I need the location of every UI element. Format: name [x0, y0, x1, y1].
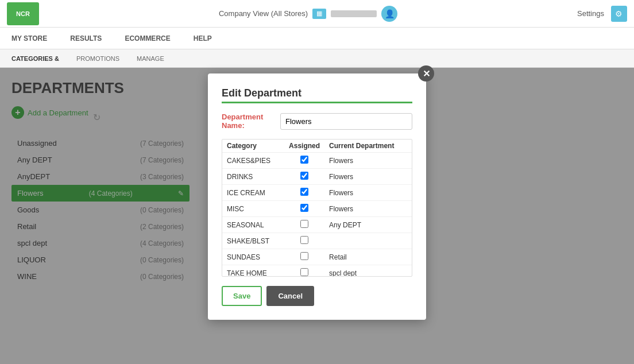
top-right: Settings ⚙	[577, 6, 627, 22]
assigned-cell[interactable]	[284, 169, 324, 185]
settings-label: Settings	[577, 9, 604, 18]
top-bar: NCR Company View (All Stores) ▦ 👤 Settin…	[0, 0, 634, 28]
dept-name-input[interactable]	[280, 113, 412, 130]
category-name-cell: SEASONAL	[222, 217, 284, 233]
current-dept-cell: spcl dept	[324, 265, 412, 277]
subnav-promotions[interactable]: PROMOTIONS	[76, 55, 119, 62]
category-table: Category Assigned Current Department CAK…	[222, 140, 412, 277]
table-row: SHAKE/BLST	[222, 233, 412, 249]
modal-title: Edit Department	[222, 87, 412, 99]
table-row: DRINKS Flowers	[222, 169, 412, 185]
current-dept-cell: Flowers	[324, 153, 412, 169]
assigned-cell[interactable]	[284, 265, 324, 277]
subnav-categories[interactable]: CATEGORIES &	[11, 55, 59, 62]
nav-bar: MY STORE RESULTS ECOMMERCE HELP	[0, 28, 634, 49]
nav-item-help[interactable]: HELP	[194, 29, 212, 48]
dept-name-row: Department Name:	[222, 113, 412, 130]
modal-close-button[interactable]: ✕	[418, 65, 434, 82]
category-name-cell: SHAKE/BLST	[222, 233, 284, 249]
user-name-blurred	[331, 10, 377, 17]
ncr-logo: NCR	[7, 2, 39, 25]
assigned-checkbox[interactable]	[300, 204, 308, 212]
assigned-checkbox[interactable]	[300, 268, 308, 276]
assigned-cell[interactable]	[284, 201, 324, 217]
current-dept-cell: Flowers	[324, 201, 412, 217]
assigned-cell[interactable]	[284, 233, 324, 249]
category-name-cell: SUNDAES	[222, 249, 284, 265]
table-row: MISC Flowers	[222, 201, 412, 217]
table-row: CAKES&PIES Flowers	[222, 153, 412, 169]
assigned-checkbox[interactable]	[300, 236, 308, 244]
current-dept-cell: Any DEPT	[324, 217, 412, 233]
nav-item-mystore[interactable]: MY STORE	[11, 29, 47, 48]
sub-nav-bar: CATEGORIES & PROMOTIONS MANAGE	[0, 49, 634, 68]
settings-icon[interactable]: ⚙	[611, 6, 627, 22]
nav-item-ecommerce[interactable]: ECOMMERCE	[125, 29, 170, 48]
save-button[interactable]: Save	[222, 286, 262, 306]
current-dept-cell: Flowers	[324, 169, 412, 185]
current-dept-cell: Flowers	[324, 185, 412, 201]
modal-divider	[222, 102, 412, 103]
assigned-cell[interactable]	[284, 153, 324, 169]
category-name-cell: DRINKS	[222, 169, 284, 185]
modal-actions: Save Cancel	[222, 286, 412, 306]
store-icon: ▦	[312, 9, 326, 19]
assigned-cell[interactable]	[284, 185, 324, 201]
assigned-checkbox[interactable]	[300, 220, 308, 228]
user-avatar[interactable]: 👤	[381, 6, 397, 22]
main-content: DEPARTMENTS + Add a Department ↻ Unassig…	[0, 68, 634, 364]
assigned-cell[interactable]	[284, 249, 324, 265]
category-table-wrapper[interactable]: Category Assigned Current Department CAK…	[222, 139, 412, 277]
assigned-checkbox[interactable]	[300, 172, 308, 180]
th-category: Category	[222, 140, 284, 153]
table-row: SUNDAES Retail	[222, 249, 412, 265]
assigned-cell[interactable]	[284, 217, 324, 233]
table-row: ICE CREAM Flowers	[222, 185, 412, 201]
assigned-checkbox[interactable]	[300, 156, 308, 164]
category-name-cell: CAKES&PIES	[222, 153, 284, 169]
th-assigned: Assigned	[284, 140, 324, 153]
current-dept-cell	[324, 233, 412, 249]
company-view-label: Company View (All Stores)	[219, 9, 308, 18]
top-center: Company View (All Stores) ▦ 👤	[219, 6, 397, 22]
th-current-dept: Current Department	[324, 140, 412, 153]
edit-department-modal: ✕ Edit Department Department Name: Categ…	[208, 73, 426, 320]
table-row: SEASONAL Any DEPT	[222, 217, 412, 233]
category-name-cell: MISC	[222, 201, 284, 217]
assigned-checkbox[interactable]	[300, 188, 308, 196]
nav-item-results[interactable]: RESULTS	[70, 29, 102, 48]
table-row: TAKE HOME spcl dept	[222, 265, 412, 277]
category-name-cell: ICE CREAM	[222, 185, 284, 201]
category-name-cell: TAKE HOME	[222, 265, 284, 277]
subnav-manage[interactable]: MANAGE	[137, 55, 164, 62]
modal-overlay: ✕ Edit Department Department Name: Categ…	[0, 68, 634, 364]
current-dept-cell: Retail	[324, 249, 412, 265]
assigned-checkbox[interactable]	[300, 252, 308, 260]
cancel-button[interactable]: Cancel	[266, 286, 314, 306]
dept-name-label: Department Name:	[222, 113, 273, 130]
